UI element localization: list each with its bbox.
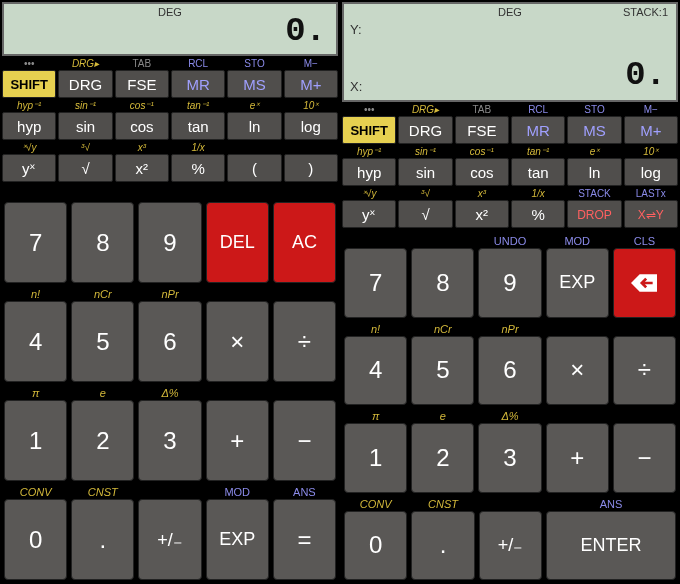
digit-6[interactable]: 6 <box>138 301 201 382</box>
numpad: 7 8 9 DEL AC n!4 nCr5 nPr6 × ÷ π1 e2 Δ%3… <box>0 184 340 584</box>
sin-button[interactable]: sin <box>398 158 452 186</box>
plus-button[interactable]: + <box>206 400 269 481</box>
sqrt-button[interactable]: √ <box>398 200 452 228</box>
minus-button[interactable]: − <box>613 423 676 493</box>
function-row-3: ˣ√yyˣ ³√√ x³x² 1/x% STACKDROP LASTxX⇌Y <box>340 188 680 228</box>
display: DEG STACK:1 Y: X: 0. <box>342 2 678 102</box>
display-value: 0. <box>285 12 326 50</box>
digit-2[interactable]: 2 <box>411 423 474 493</box>
digit-3[interactable]: 3 <box>138 400 201 481</box>
hyp-button[interactable]: hyp <box>342 158 396 186</box>
divide-button[interactable]: ÷ <box>613 336 676 406</box>
digit-1[interactable]: 1 <box>344 423 407 493</box>
hyp-button[interactable]: hyp <box>2 112 56 140</box>
shift-button[interactable]: SHIFT <box>342 116 396 144</box>
mr-button[interactable]: MR <box>171 70 225 98</box>
percent-button[interactable]: % <box>511 200 565 228</box>
lparen-button[interactable]: ( <box>227 154 281 182</box>
ln-button[interactable]: ln <box>227 112 281 140</box>
digit-5[interactable]: 5 <box>71 301 134 382</box>
ms-button[interactable]: MS <box>227 70 281 98</box>
digit-9[interactable]: 9 <box>138 202 201 283</box>
x-register: X: 0. <box>350 56 666 94</box>
ln-button[interactable]: ln <box>567 158 621 186</box>
equals-button[interactable]: = <box>273 499 336 580</box>
fse-button[interactable]: FSE <box>455 116 509 144</box>
display: DEG 0. <box>2 2 338 56</box>
backspace-button[interactable] <box>613 248 676 318</box>
digit-4[interactable]: 4 <box>4 301 67 382</box>
angle-mode: DEG <box>498 6 522 18</box>
rparen-button[interactable]: ) <box>284 154 338 182</box>
power-button[interactable]: yˣ <box>2 154 56 182</box>
function-row-1: •••SHIFT DRG▸DRG TABFSE RCLMR STOMS M−M+ <box>340 104 680 144</box>
sin-button[interactable]: sin <box>58 112 112 140</box>
function-row-2: hyp⁻¹hyp sin⁻¹sin cos⁻¹cos tan⁻¹tan eˣln… <box>0 100 340 140</box>
calculator-rpn: DEG STACK:1 Y: X: 0. •••SHIFT DRG▸DRG TA… <box>340 0 680 584</box>
digit-0[interactable]: 0 <box>344 511 407 581</box>
function-row-1: •••SHIFT DRG▸DRG TABFSE RCLMR STOMS M−M+ <box>0 58 340 98</box>
ms-button[interactable]: MS <box>567 116 621 144</box>
decimal-button[interactable]: . <box>71 499 134 580</box>
decimal-button[interactable]: . <box>411 511 474 581</box>
mplus-button[interactable]: M+ <box>624 116 678 144</box>
shift-button[interactable]: SHIFT <box>2 70 56 98</box>
drg-button[interactable]: DRG <box>398 116 452 144</box>
power-button[interactable]: yˣ <box>342 200 396 228</box>
log-button[interactable]: log <box>284 112 338 140</box>
fse-button[interactable]: FSE <box>115 70 169 98</box>
tan-button[interactable]: tan <box>171 112 225 140</box>
mplus-button[interactable]: M+ <box>284 70 338 98</box>
mr-button[interactable]: MR <box>511 116 565 144</box>
backspace-icon <box>631 274 657 292</box>
digit-8[interactable]: 8 <box>71 202 134 283</box>
del-button[interactable]: DEL <box>206 202 269 283</box>
sign-button[interactable]: +/₋ <box>138 499 201 580</box>
digit-9[interactable]: 9 <box>478 248 541 318</box>
multiply-button[interactable]: × <box>206 301 269 382</box>
digit-6[interactable]: 6 <box>478 336 541 406</box>
digit-3[interactable]: 3 <box>478 423 541 493</box>
sign-button[interactable]: +/₋ <box>479 511 542 581</box>
exp-button[interactable]: EXP <box>546 248 609 318</box>
exp-button[interactable]: EXP <box>206 499 269 580</box>
swap-button[interactable]: X⇌Y <box>624 200 678 228</box>
digit-5[interactable]: 5 <box>411 336 474 406</box>
ac-button[interactable]: AC <box>273 202 336 283</box>
minus-button[interactable]: − <box>273 400 336 481</box>
drop-button[interactable]: DROP <box>567 200 621 228</box>
numpad: 7 8 UNDO9 MODEXP CLS n!4 nCr5 nPr6 × ÷ π… <box>340 230 680 584</box>
digit-7[interactable]: 7 <box>344 248 407 318</box>
tan-button[interactable]: tan <box>511 158 565 186</box>
divide-button[interactable]: ÷ <box>273 301 336 382</box>
function-row-2: hyp⁻¹hyp sin⁻¹sin cos⁻¹cos tan⁻¹tan eˣln… <box>340 146 680 186</box>
multiply-button[interactable]: × <box>546 336 609 406</box>
cos-button[interactable]: cos <box>455 158 509 186</box>
function-row-3: ˣ√yyˣ ³√√ x³x² 1/x% ( ) <box>0 142 340 182</box>
sqrt-button[interactable]: √ <box>58 154 112 182</box>
log-button[interactable]: log <box>624 158 678 186</box>
digit-4[interactable]: 4 <box>344 336 407 406</box>
cos-button[interactable]: cos <box>115 112 169 140</box>
display-value: 0. <box>625 56 666 94</box>
digit-8[interactable]: 8 <box>411 248 474 318</box>
plus-button[interactable]: + <box>546 423 609 493</box>
drg-button[interactable]: DRG <box>58 70 112 98</box>
y-register: Y: <box>350 22 362 37</box>
enter-button[interactable]: ENTER <box>546 511 676 581</box>
calculator-standard: DEG 0. •••SHIFT DRG▸DRG TABFSE RCLMR STO… <box>0 0 340 584</box>
digit-7[interactable]: 7 <box>4 202 67 283</box>
square-button[interactable]: x² <box>455 200 509 228</box>
percent-button[interactable]: % <box>171 154 225 182</box>
angle-mode: DEG <box>158 6 182 18</box>
stack-indicator: STACK:1 <box>623 6 668 18</box>
digit-1[interactable]: 1 <box>4 400 67 481</box>
digit-0[interactable]: 0 <box>4 499 67 580</box>
square-button[interactable]: x² <box>115 154 169 182</box>
digit-2[interactable]: 2 <box>71 400 134 481</box>
